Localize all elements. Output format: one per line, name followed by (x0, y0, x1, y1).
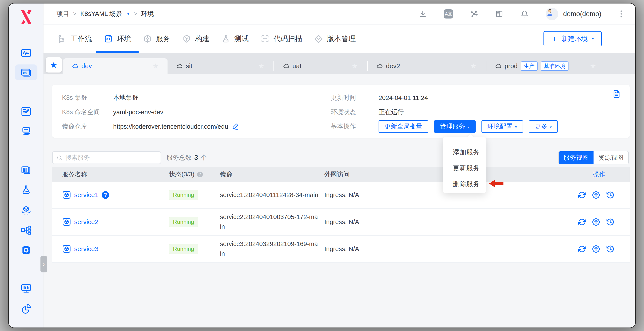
upgrade-icon[interactable] (592, 245, 600, 253)
star-icon[interactable]: ★ (352, 62, 358, 70)
sidebar-item-artifacts[interactable] (15, 202, 38, 218)
upgrade-icon[interactable] (592, 191, 600, 199)
zadig-logo (20, 10, 33, 24)
menu-item-update-service[interactable]: 更新服务 (443, 160, 486, 176)
search-input[interactable] (66, 154, 157, 161)
download-icon[interactable] (418, 10, 427, 18)
history-icon[interactable] (606, 191, 614, 199)
service-name-link[interactable]: service1 (74, 191, 98, 199)
col-action: 操作 (528, 170, 630, 179)
menu-item-delete-service[interactable]: 删除服务 (443, 176, 486, 192)
chevron-down-icon: ▼ (591, 37, 594, 41)
basic-ops-buttons: 更新全局变量 管理服务∨ 环境配置∨ 更多∨ (378, 120, 558, 133)
more-menu-icon[interactable] (618, 10, 624, 18)
user-menu[interactable]: demo(demo) (546, 8, 601, 20)
sidebar-item-settings[interactable] (15, 242, 38, 258)
app-window: PM › 项目 > K8sYAML 场景 ▼ > 环境 A文 (9, 4, 635, 327)
env-tab-dev2[interactable]: dev2 ★ (368, 58, 485, 74)
breadcrumb-page: 环境 (141, 10, 154, 18)
sidebar-item-release-plan[interactable] (15, 104, 38, 119)
manage-services-button[interactable]: 管理服务∨ (434, 120, 476, 133)
chevron-down-icon: ∨ (515, 125, 517, 129)
resource-view-tab[interactable]: 资源视图 (594, 151, 628, 164)
env-config-button[interactable]: 环境配置∨ (482, 120, 523, 133)
updated-label: 更新时间 (331, 93, 378, 102)
edit-pencil-icon[interactable] (232, 123, 239, 130)
tab-version[interactable]: 版本管理 (314, 25, 356, 53)
cloud-icon (176, 63, 183, 70)
sidebar-item-resources[interactable] (15, 222, 38, 238)
star-icon[interactable]: ★ (590, 62, 596, 70)
env-tab-label: prod (504, 62, 518, 70)
restart-icon[interactable] (578, 218, 586, 226)
star-icon[interactable]: ★ (258, 62, 264, 70)
env-tab-prod[interactable]: prod 生产 基准环境 ★ (486, 58, 605, 74)
environment-icon (104, 34, 113, 43)
breadcrumb-separator: > (134, 11, 137, 17)
service-cube-icon (62, 190, 71, 199)
star-icon[interactable]: ★ (152, 62, 159, 70)
sidebar-item-ops-monitor[interactable] (15, 280, 38, 296)
translate-icon[interactable]: A文 (444, 9, 453, 19)
update-global-vars-button[interactable]: 更新全局变量 (378, 120, 428, 133)
registry-value: https://koderover.tencentcloudcr.com/edu (113, 123, 228, 130)
scene-caret-down-icon[interactable]: ▼ (126, 12, 130, 16)
history-icon[interactable] (606, 245, 614, 253)
env-doc-icon[interactable] (612, 90, 621, 98)
tab-environment[interactable]: 环境 (104, 25, 131, 53)
env-tab-dev[interactable]: dev ★ (63, 58, 168, 74)
service-view-tab[interactable]: 服务视图 (559, 151, 594, 164)
status-help-icon[interactable]: ? (197, 172, 203, 177)
service-table: 服务名称 状态(3/3) ? 镜像 外网访问 操作 service1 ? Run… (52, 167, 630, 263)
svg-text:PM: PM (23, 72, 27, 75)
cluster-icon[interactable] (470, 10, 478, 18)
top-header: 项目 > K8sYAML 场景 ▼ > 环境 A文 demo(demo) (44, 4, 635, 24)
workflow-icon (58, 34, 66, 43)
cloud-icon (283, 63, 290, 70)
sidebar-item-projects[interactable]: PM (15, 65, 38, 80)
plus-icon: ＋ (551, 34, 558, 44)
col-service-name: 服务名称 (52, 170, 169, 179)
tab-test[interactable]: 测试 (221, 25, 249, 53)
namespace-label: K8s 命名空间 (62, 108, 113, 117)
service-total-label: 服务总数 (166, 153, 192, 162)
table-header: 服务名称 状态(3/3) ? 镜像 外网访问 操作 (52, 167, 630, 182)
breadcrumb-project[interactable]: 项目 (56, 10, 69, 18)
service-total-unit: 个 (200, 153, 207, 162)
service-help-icon[interactable]: ? (102, 191, 109, 199)
upgrade-icon[interactable] (592, 218, 600, 226)
bell-icon[interactable] (520, 10, 529, 18)
more-button[interactable]: 更多∨ (529, 120, 558, 133)
service-name-link[interactable]: service3 (74, 245, 98, 253)
tab-build[interactable]: 构建 (182, 25, 210, 53)
sidebar-item-insight[interactable] (15, 45, 38, 61)
chevron-down-icon: ∨ (467, 125, 470, 129)
view-toggle: 服务视图 资源视图 (558, 151, 629, 164)
service-name-link[interactable]: service2 (74, 218, 98, 226)
sidebar-item-delivery[interactable] (15, 124, 38, 139)
history-icon[interactable] (606, 218, 614, 226)
sidebar-collapse-handle[interactable]: › (40, 256, 47, 272)
service-total-count: 3 (194, 154, 198, 162)
tab-code-scan[interactable]: 代码扫描 (260, 25, 302, 53)
tab-services[interactable]: 服务 (143, 25, 170, 53)
restart-icon[interactable] (578, 191, 586, 199)
sidebar-item-templates[interactable] (15, 162, 38, 178)
env-info-right: 更新时间 2024-04-01 11:24 环境状态 正在运行 基本操作 更新全… (331, 91, 620, 138)
breadcrumb-scene[interactable]: K8sYAML 场景 (80, 10, 122, 18)
sidebar-item-data-overview[interactable] (15, 301, 38, 316)
docs-icon[interactable] (495, 10, 504, 18)
menu-item-add-service[interactable]: 添加服务 (443, 144, 486, 160)
star-icon[interactable]: ★ (470, 62, 476, 70)
new-environment-button[interactable]: ＋ 新建环境 ▼ (544, 31, 602, 46)
ingress-cell: Ingress: N/A (324, 218, 528, 226)
restart-icon[interactable] (578, 245, 586, 253)
tab-workflow[interactable]: 工作流 (58, 25, 92, 53)
env-tab-uat[interactable]: uat ★ (274, 58, 366, 74)
row-actions (528, 218, 630, 226)
version-icon (314, 34, 323, 43)
favorite-filter-button[interactable]: ★ (46, 57, 62, 73)
sidebar-item-test[interactable] (15, 182, 38, 198)
env-tab-sit[interactable]: sit ★ (168, 58, 273, 74)
ingress-cell: Ingress: N/A (324, 245, 528, 253)
